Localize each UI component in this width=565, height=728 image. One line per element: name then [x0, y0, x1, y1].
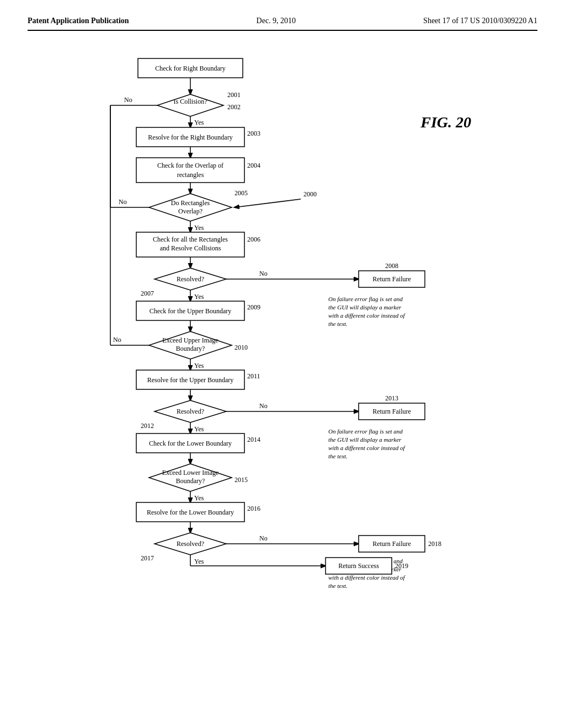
- yes-label-2015: Yes: [194, 494, 204, 502]
- label-2004: 2004: [247, 162, 260, 169]
- no-label-2017: No: [259, 534, 268, 542]
- svg-line-10: [234, 199, 301, 207]
- label-2012: 2012: [141, 422, 154, 430]
- no-label-2005: No: [119, 198, 127, 206]
- no-label-2010: No: [113, 336, 121, 344]
- label-2009: 2009: [247, 303, 260, 311]
- label-2018: 2018: [428, 540, 441, 548]
- label-2001: 2001: [227, 91, 241, 99]
- note-2013-2: the GUI will display a marker: [328, 436, 402, 443]
- note-2013-4: the text.: [328, 453, 348, 459]
- label-2015: 2015: [234, 476, 248, 484]
- label-2011: 2011: [247, 372, 260, 380]
- label-2008: 2008: [385, 262, 398, 270]
- node-2006-text-1: Check for all the Rectangles: [153, 235, 228, 243]
- label-2007: 2007: [141, 290, 154, 297]
- label-2019: 2019: [395, 562, 408, 570]
- node-2011-text: Resolve for the Upper Boundary: [147, 376, 234, 384]
- node-2004-text-2: rectangles: [177, 171, 204, 179]
- node-2008-text: Return Failure: [372, 275, 411, 283]
- note-2008-4: the text.: [328, 320, 348, 327]
- node-2007-text: Resolved?: [177, 275, 204, 283]
- label-2005: 2005: [234, 189, 248, 197]
- label-2017: 2017: [141, 554, 154, 562]
- node-2010-text-1: Exceed Upper Image: [162, 336, 218, 344]
- node-2013-text: Return Failure: [372, 408, 411, 415]
- node-2005-text-1: Do Rectangles: [171, 199, 210, 207]
- yes-label-2017: Yes: [194, 558, 204, 565]
- label-2006: 2006: [247, 235, 260, 243]
- note-2008-1: On failure error flag is set and: [328, 296, 403, 302]
- no-label-2012: No: [259, 402, 268, 410]
- node-2009-text: Check for the Upper Boundary: [150, 307, 232, 315]
- note-2013-3: with a different color instead of: [328, 445, 406, 451]
- node-2003-text: Resolve for the Right Boundary: [148, 133, 232, 141]
- node-2019-text: Return Success: [338, 562, 379, 570]
- no-label-2001: No: [124, 96, 132, 104]
- node-2001-text: Is Collision?: [173, 98, 207, 105]
- yes-label-2012: Yes: [194, 425, 204, 433]
- yes-label-2007: Yes: [194, 293, 204, 301]
- label-2002: 2002: [227, 103, 241, 111]
- note-lower-3: with a different color instead of: [328, 574, 406, 581]
- label-2010: 2010: [234, 344, 248, 351]
- node-2014-text: Check for the Lower Boundary: [149, 440, 232, 447]
- label-2000: 2000: [303, 190, 317, 198]
- label-2016: 2016: [247, 505, 260, 512]
- node-2017-text: Resolved?: [177, 540, 204, 548]
- node-2010-text-2: Boundary?: [176, 345, 205, 352]
- node-2015-text-1: Exceed Lower Image: [162, 469, 219, 477]
- page-header: Patent Application Publication Dec. 9, 2…: [28, 17, 537, 31]
- note-2008-2: the GUI will display a marker: [328, 304, 402, 311]
- node-2006-text-2: and Resolve Collisions: [160, 244, 221, 252]
- diagram-area: FIG. 20 Check for Right Boundary Is Coll…: [28, 42, 537, 682]
- header-right: Sheet 17 of 17 US 2010/0309220 A1: [423, 17, 537, 25]
- yes-label-2010: Yes: [194, 362, 204, 370]
- note-lower-4: the text.: [328, 582, 348, 589]
- node-2005-text-2: Overlap?: [178, 207, 202, 215]
- yes-label-2005: Yes: [194, 224, 204, 232]
- header-center: Dec. 9, 2010: [257, 17, 296, 25]
- note-2013-1: On failure error flag is set and: [328, 428, 403, 435]
- node-2004-text-1: Check for the Overlap of: [157, 162, 223, 169]
- page: Patent Application Publication Dec. 9, 2…: [0, 0, 565, 728]
- flowchart-svg: Check for Right Boundary Is Collision? 2…: [28, 42, 537, 682]
- node-start-text: Check for Right Boundary: [155, 65, 226, 72]
- no-label-2007: No: [259, 270, 268, 277]
- label-2013: 2013: [385, 394, 398, 402]
- node-2016-text: Resolve for the Lower Boundary: [147, 508, 234, 516]
- header-left: Patent Application Publication: [28, 17, 129, 25]
- label-2014: 2014: [247, 436, 260, 443]
- label-2003: 2003: [247, 130, 260, 137]
- node-2012-text: Resolved?: [177, 408, 204, 415]
- note-2008-3: with a different color instead of: [328, 312, 406, 319]
- yes-label-2001: Yes: [194, 119, 204, 126]
- node-2015-text-2: Boundary?: [176, 477, 205, 485]
- node-2018-text: Return Failure: [372, 540, 411, 548]
